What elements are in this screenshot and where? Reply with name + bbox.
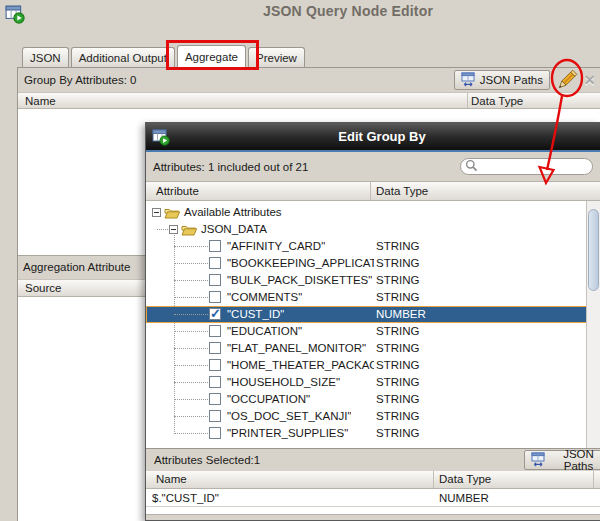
collapse-icon[interactable]: [152, 208, 161, 217]
folder-icon: [164, 206, 180, 221]
tree-item-affinity-card[interactable]: "AFFINITY_CARD" STRING: [146, 238, 600, 255]
column-header-data-type: Data Type: [434, 471, 594, 488]
tree-item-home-theater-package[interactable]: "HOME_THEATER_PACKAGE" STRING: [146, 357, 600, 374]
tab-bar: JSON Additional Output Aggregate Preview: [22, 45, 307, 68]
column-header-attribute: Attribute: [146, 182, 371, 200]
folder-icon: [181, 223, 197, 238]
scrollbar-thumb[interactable]: [588, 209, 599, 291]
attribute-type: STRING: [376, 425, 419, 442]
checkbox[interactable]: [209, 410, 221, 422]
json-paths-icon: [461, 72, 476, 89]
tree-item-bookkeeping-application[interactable]: "BOOKKEEPING_APPLICATION" STRING: [146, 255, 600, 272]
dialog-titlebar[interactable]: Edit Group By: [146, 123, 600, 150]
checkbox[interactable]: [209, 342, 221, 354]
dialog-footbar: Attributes Selected:1 JSON Paths: [146, 448, 600, 471]
edit-group-by-dialog: Edit Group By Attributes: 1 included out…: [145, 122, 600, 521]
selected-attribute-path: $."CUST_ID": [146, 492, 434, 504]
dialog-title: Edit Group By: [170, 129, 594, 144]
selected-attribute-type: NUMBER: [434, 492, 594, 504]
json-paths-icon: [531, 452, 546, 469]
checkbox[interactable]: [209, 240, 221, 252]
json-paths-label: JSON Paths: [480, 74, 543, 86]
window-title: JSON Query Node Editor: [263, 3, 433, 19]
json-paths-button[interactable]: JSON Paths: [454, 70, 550, 90]
tree-item-comments[interactable]: "COMMENTS" STRING: [146, 289, 600, 306]
edit-pencil-icon[interactable]: [553, 67, 580, 94]
checkbox[interactable]: [209, 325, 221, 337]
selected-table-header: Name Data Type: [146, 471, 600, 489]
column-header-name: Name: [146, 471, 434, 488]
attribute-name: "BULK_PACK_DISKETTES": [227, 272, 372, 289]
attribute-tree: Available Attributes JSON_DATA "AFFINITY…: [146, 201, 600, 448]
tab-json[interactable]: JSON: [22, 47, 69, 68]
json-paths-label: JSON Paths: [550, 448, 600, 472]
search-icon: [465, 159, 478, 174]
checkbox-checked[interactable]: [209, 308, 221, 320]
attribute-type: STRING: [376, 323, 419, 340]
attribute-type: STRING: [376, 272, 419, 289]
tree-item-education[interactable]: "EDUCATION" STRING: [146, 323, 600, 340]
dialog-bottom-strip: [146, 514, 600, 520]
attribute-type: STRING: [376, 238, 419, 255]
tree-item-printer-supplies[interactable]: "PRINTER_SUPPLIES" STRING: [146, 425, 600, 442]
group-by-toolbar: Group By Attributes: 0 JSON Paths: [18, 68, 600, 92]
column-header-name: Name: [18, 93, 468, 108]
search-input[interactable]: [478, 161, 588, 173]
attribute-name: "AFFINITY_CARD": [227, 238, 325, 255]
tree-scrollbar[interactable]: [586, 201, 600, 448]
dialog-icon: [152, 128, 170, 146]
tree-item-household-size[interactable]: "HOUSEHOLD_SIZE" STRING: [146, 374, 600, 391]
column-header-data-type: Data Type: [371, 182, 428, 200]
checkbox[interactable]: [209, 274, 221, 286]
attribute-name: "CUST_ID": [227, 306, 284, 323]
json-query-node-editor-window: JSON Query Node Editor JSON Additional O…: [0, 0, 600, 521]
attributes-summary: Attributes: 1 included out of 21: [153, 161, 308, 173]
tab-aggregate[interactable]: Aggregate: [177, 45, 246, 68]
checkbox[interactable]: [209, 393, 221, 405]
checkbox[interactable]: [209, 291, 221, 303]
attribute-name: "OCCUPATION": [227, 391, 310, 408]
attribute-table-header: Attribute Data Type: [146, 181, 600, 201]
checkbox[interactable]: [209, 257, 221, 269]
tree-item-os-doc-set-kanji[interactable]: "OS_DOC_SET_KANJI" STRING: [146, 408, 600, 425]
attribute-name: "OS_DOC_SET_KANJI": [227, 408, 351, 425]
attribute-type: STRING: [376, 340, 419, 357]
attribute-type: STRING: [376, 374, 419, 391]
tree-item-occupation[interactable]: "OCCUPATION" STRING: [146, 391, 600, 408]
tree-item-bulk-pack-diskettes[interactable]: "BULK_PACK_DISKETTES" STRING: [146, 272, 600, 289]
attribute-type: STRING: [376, 289, 419, 306]
attribute-type: NUMBER: [376, 306, 426, 323]
attribute-name: "FLAT_PANEL_MONITOR": [227, 340, 366, 357]
attribute-type: STRING: [376, 391, 419, 408]
checkbox[interactable]: [209, 359, 221, 371]
attribute-name: "HOUSEHOLD_SIZE": [227, 374, 340, 391]
attribute-name: "PRINTER_SUPPLIES": [227, 425, 348, 442]
checkbox[interactable]: [209, 427, 221, 439]
attribute-type: STRING: [376, 357, 419, 374]
tree-node-available-attributes[interactable]: Available Attributes: [146, 204, 600, 221]
tree-item-cust-id[interactable]: "CUST_ID" NUMBER: [146, 306, 600, 323]
collapse-icon[interactable]: [169, 225, 178, 234]
checkbox[interactable]: [209, 376, 221, 388]
group-by-table-header: Name Data Type: [18, 92, 600, 109]
selected-table-body: [146, 507, 600, 514]
attribute-type: STRING: [376, 408, 419, 425]
tab-preview[interactable]: Preview: [248, 47, 305, 68]
tab-additional-output[interactable]: Additional Output: [71, 47, 175, 68]
node-editor-icon: [5, 4, 25, 24]
attributes-selected-summary: Attributes Selected:1: [154, 454, 260, 466]
dialog-infobar: Attributes: 1 included out of 21: [146, 152, 600, 181]
tree-node-label: JSON_DATA: [201, 221, 267, 238]
dialog-json-paths-button[interactable]: JSON Paths: [524, 450, 600, 470]
column-header-data-type: Data Type: [468, 93, 600, 108]
tree-node-json-data[interactable]: JSON_DATA: [146, 221, 600, 238]
search-field[interactable]: [460, 158, 593, 175]
tree-item-flat-panel-monitor[interactable]: "FLAT_PANEL_MONITOR" STRING: [146, 340, 600, 357]
group-by-summary: Group By Attributes: 0: [24, 74, 137, 86]
attribute-name: "BOOKKEEPING_APPLICATION": [227, 255, 374, 272]
selected-attribute-row[interactable]: $."CUST_ID" NUMBER: [146, 489, 600, 507]
delete-icon[interactable]: [581, 72, 598, 88]
attribute-name: "COMMENTS": [227, 289, 302, 306]
attribute-name: "HOME_THEATER_PACKAGE": [227, 357, 374, 374]
tree-node-label: Available Attributes: [184, 204, 282, 221]
